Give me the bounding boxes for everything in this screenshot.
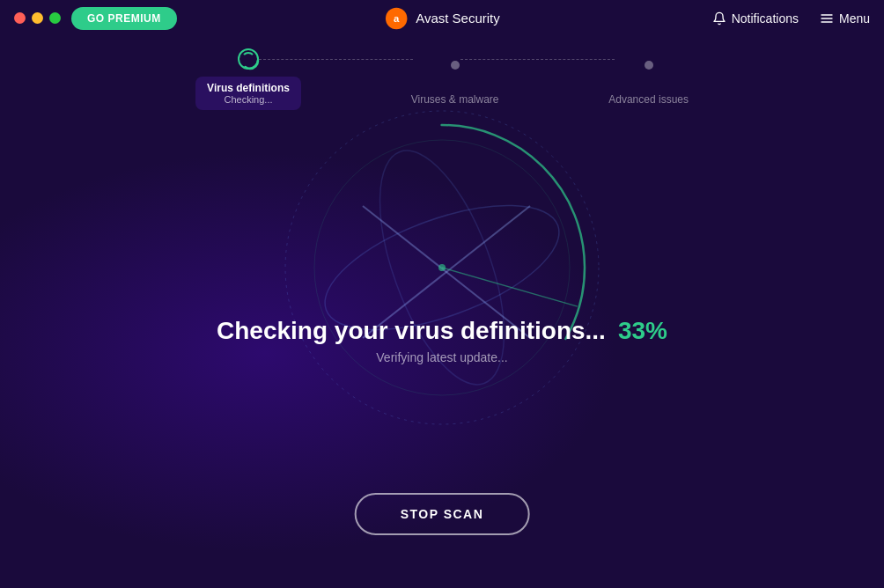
svg-point-5 xyxy=(242,53,258,69)
svg-text:a: a xyxy=(394,13,400,24)
scan-percent: 33% xyxy=(618,317,667,345)
window-controls xyxy=(14,12,61,24)
menu-label: Menu xyxy=(839,11,870,26)
step2-circle xyxy=(451,61,460,70)
scan-status-text: Checking your virus definitions... 33% V… xyxy=(217,317,667,364)
step2-label: Viruses & malware xyxy=(411,93,499,106)
step3-circle xyxy=(645,61,653,70)
close-button[interactable] xyxy=(14,12,26,24)
scan-sub-text: Verifying latest update... xyxy=(217,350,667,364)
app-title-area: a Avast Security xyxy=(384,6,500,31)
menu-icon xyxy=(820,11,834,26)
step1-subtitle: Checking... xyxy=(206,94,291,105)
go-premium-button[interactable]: GO PREMIUM xyxy=(71,7,177,30)
step-virus-definitions: Virus definitions Checking... xyxy=(195,48,301,110)
step3-label: Advanced issues xyxy=(608,93,689,106)
step-viruses-malware: Viruses & malware xyxy=(411,48,499,106)
stop-scan-area: STOP SCAN xyxy=(355,493,530,535)
step-connector-1 xyxy=(259,59,413,60)
scan-animation xyxy=(275,100,609,435)
scan-heading: Checking your virus definitions... 33% xyxy=(217,317,667,345)
titlebar-actions: Notifications Menu xyxy=(712,11,870,26)
stop-scan-button[interactable]: STOP SCAN xyxy=(355,493,530,535)
step1-spinner-icon xyxy=(239,50,261,71)
bell-icon xyxy=(712,11,726,26)
scan-heading-prefix: Checking your virus definitions... xyxy=(217,317,606,345)
titlebar: GO PREMIUM a Avast Security Notification… xyxy=(0,0,884,36)
step-advanced-issues: Advanced issues xyxy=(608,48,689,106)
notifications-button[interactable]: Notifications xyxy=(712,11,799,26)
svg-point-14 xyxy=(438,264,446,271)
menu-button[interactable]: Menu xyxy=(820,11,870,26)
step-connector-2 xyxy=(460,59,615,60)
scan-ring-svg xyxy=(275,100,609,435)
avast-logo-icon: a xyxy=(384,6,409,31)
step1-title: Virus definitions xyxy=(206,82,291,94)
app-name-label: Avast Security xyxy=(416,11,500,26)
minimize-button[interactable] xyxy=(32,12,43,24)
step1-circle xyxy=(238,48,259,70)
maximize-button[interactable] xyxy=(49,12,61,24)
notifications-label: Notifications xyxy=(732,11,799,26)
step1-tooltip: Virus definitions Checking... xyxy=(195,77,301,110)
scan-steps: Virus definitions Checking... Viruses & … xyxy=(195,48,689,110)
